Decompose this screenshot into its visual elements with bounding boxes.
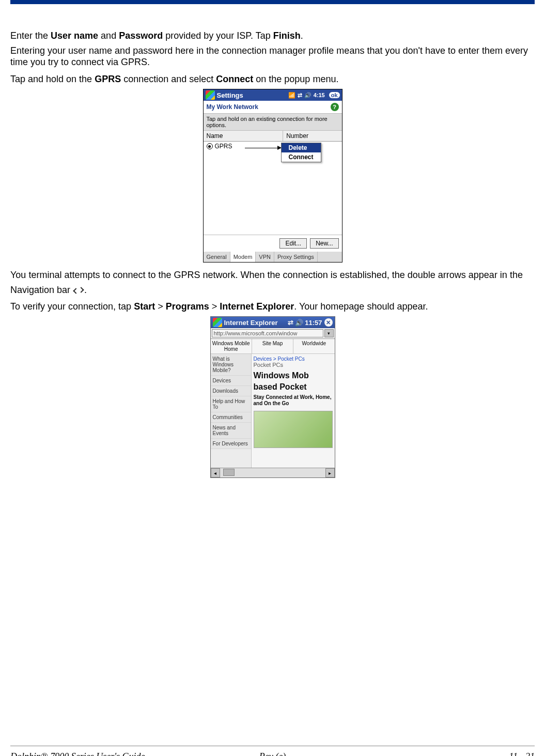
text: and <box>98 30 119 41</box>
device-ie-window: Internet Explorer ⇄ 🔊 11:57 ✕ ▾ Windows … <box>210 316 335 478</box>
text: provided by your ISP. Tap <box>163 30 273 41</box>
connectivity-icon: ⇄ <box>298 92 302 99</box>
double-arrow-icon <box>74 287 83 294</box>
nav-link[interactable]: Worldwide <box>293 339 334 353</box>
breadcrumb[interactable]: Devices > Pocket PCs <box>252 354 335 362</box>
sub-heading: Pocket PCs <box>252 362 335 370</box>
hero-image <box>254 411 333 448</box>
clock-text: 11:57 <box>305 319 322 327</box>
subtitle-text: My Work Network <box>207 103 258 111</box>
scroll-track[interactable] <box>220 468 325 477</box>
text: > <box>209 301 220 312</box>
bold-text: Start <box>134 301 155 312</box>
side-item[interactable]: News and Events <box>211 423 251 439</box>
text: on the popup menu. <box>253 74 338 84</box>
instruction-paragraph-3: Tap and hold on the GPRS connection and … <box>10 73 535 85</box>
tab-bar: General Modem VPN Proxy Settings <box>204 252 342 262</box>
scroll-thumb[interactable] <box>223 469 235 476</box>
footer-left: Dolphin® 7900 Series User's Guide– Preli… <box>10 751 185 756</box>
footer-page-number: 11 - 21 <box>360 751 535 756</box>
dropdown-icon[interactable]: ▾ <box>324 329 334 337</box>
figure-settings-screenshot: Settings 📶 ⇄ 🔊 4:15 ok My Work Network ?… <box>10 89 535 263</box>
instruction-paragraph-4: You terminal attempts to connect to the … <box>10 268 535 298</box>
edit-button[interactable]: Edit... <box>279 238 307 249</box>
footer-divider <box>10 746 535 746</box>
table-header: Name Number <box>204 131 342 142</box>
text: . <box>301 30 303 41</box>
new-button[interactable]: New... <box>310 238 338 249</box>
bold-text: GPRS <box>95 74 121 84</box>
tagline: Stay Connected at Work, Home, and On the… <box>252 392 335 409</box>
horizontal-scrollbar[interactable]: ◂ ▸ <box>211 468 335 477</box>
column-header-name: Name <box>204 131 284 141</box>
menu-item-delete[interactable]: Delete <box>282 143 321 152</box>
volume-icon: 🔊 <box>304 92 312 99</box>
text: > <box>155 301 166 312</box>
tab-vpn[interactable]: VPN <box>256 252 274 262</box>
text: Tap and hold on the <box>10 74 95 84</box>
side-item[interactable]: Downloads <box>211 386 251 396</box>
main-content: Devices > Pocket PCs Pocket PCs Windows … <box>252 354 335 468</box>
instruction-paragraph-2: Entering your user name and password her… <box>10 45 535 68</box>
document-body: Enter the User name and Password provide… <box>0 4 545 478</box>
page-heading: based Pocket <box>252 381 335 393</box>
side-item[interactable]: Communities <box>211 412 251 423</box>
page-top-nav: Windows Mobile Home Site Map Worldwide <box>211 339 335 354</box>
page-body: What is Windows Mobile? Devices Download… <box>211 354 335 468</box>
help-icon[interactable]: ? <box>331 103 339 111</box>
header-accent-bar <box>10 0 535 4</box>
titlebar: Internet Explorer ⇄ 🔊 11:57 ✕ <box>211 317 335 328</box>
titlebar: Settings 📶 ⇄ 🔊 4:15 ok <box>204 89 342 101</box>
bold-text: Connect <box>216 74 253 84</box>
bold-text: Password <box>119 30 163 41</box>
side-menu: What is Windows Mobile? Devices Download… <box>211 354 252 468</box>
clock-text: 4:15 <box>314 92 325 98</box>
subtitle-bar: My Work Network ? <box>204 101 342 113</box>
side-item[interactable]: Devices <box>211 376 251 386</box>
scroll-right-icon[interactable]: ▸ <box>325 468 335 477</box>
tab-general[interactable]: General <box>204 252 230 262</box>
scroll-left-icon[interactable]: ◂ <box>211 468 220 477</box>
footer-title: Dolphin® 7900 Series User's Guide– <box>10 751 150 756</box>
nav-link[interactable]: Windows Mobile Home <box>211 339 252 353</box>
hint-text: Tap and hold on an existing connection f… <box>204 113 342 131</box>
connectivity-icon: ⇄ <box>288 319 293 327</box>
figure-ie-screenshot: Internet Explorer ⇄ 🔊 11:57 ✕ ▾ Windows … <box>10 316 535 478</box>
radio-icon <box>207 143 213 149</box>
footer-revision: Rev (e) <box>185 751 360 756</box>
window-title: Internet Explorer <box>224 319 278 327</box>
nav-link[interactable]: Site Map <box>252 339 293 353</box>
side-item[interactable]: What is Windows Mobile? <box>211 354 251 376</box>
connection-list: GPRS Delete Connect <box>204 142 342 235</box>
callout-arrow-icon <box>245 148 281 148</box>
window-title: Settings <box>217 91 243 99</box>
device-settings-window: Settings 📶 ⇄ 🔊 4:15 ok My Work Network ?… <box>203 89 342 263</box>
row-label: GPRS <box>215 143 232 150</box>
volume-icon: 🔊 <box>295 319 303 327</box>
text: . <box>84 285 87 295</box>
side-item[interactable]: Help and How To <box>211 396 251 412</box>
tab-proxy[interactable]: Proxy Settings <box>274 252 318 262</box>
text: connection and select <box>121 74 216 84</box>
menu-item-connect[interactable]: Connect <box>282 152 321 162</box>
close-icon[interactable]: ✕ <box>324 318 333 327</box>
text: Enter the <box>10 30 51 41</box>
instruction-paragraph-1: Enter the User name and Password provide… <box>10 30 535 42</box>
bold-text: Programs <box>166 301 209 312</box>
tab-modem[interactable]: Modem <box>230 252 256 262</box>
text: You terminal attempts to connect to the … <box>10 270 523 295</box>
text: To verify your connection, tap <box>10 301 134 312</box>
page-heading: Windows Mob <box>252 370 335 381</box>
bold-text: Finish <box>273 30 301 41</box>
instruction-paragraph-5: To verify your connection, tap Start > P… <box>10 301 535 313</box>
bold-text: User name <box>51 30 98 41</box>
status-icons: 📶 ⇄ 🔊 4:15 ok <box>288 92 340 99</box>
url-input[interactable] <box>212 329 323 337</box>
text: . Your homepage should appear. <box>294 301 428 312</box>
button-row: Edit... New... <box>204 235 342 252</box>
signal-icon: 📶 <box>288 92 295 99</box>
ok-button[interactable]: ok <box>329 92 340 98</box>
windows-flag-icon <box>213 318 222 327</box>
side-item[interactable]: For Developers <box>211 439 251 449</box>
windows-flag-icon <box>206 90 215 100</box>
